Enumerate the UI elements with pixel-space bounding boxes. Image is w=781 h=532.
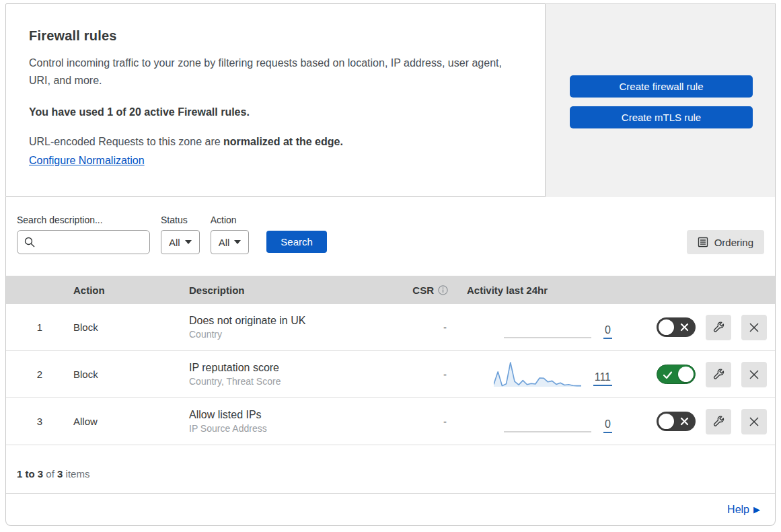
ordering-button[interactable]: Ordering xyxy=(687,230,764,254)
help-bar: Help ▶ xyxy=(6,493,775,525)
activity-count-link[interactable]: 0 xyxy=(603,324,612,339)
action-filter-group: Action All xyxy=(211,215,250,254)
table-row: 3 Allow Allow listed IPs IP Source Addre… xyxy=(6,398,775,445)
delete-rule-button[interactable] xyxy=(741,409,767,434)
table-row: 1 Block Does not originate in UK Country… xyxy=(6,304,775,351)
rule-activity-cell: 0 xyxy=(467,408,630,436)
search-input[interactable] xyxy=(17,230,150,254)
wrench-icon xyxy=(712,415,725,428)
create-firewall-rule-button[interactable]: Create firewall rule xyxy=(570,75,753,98)
rule-description: IP reputation score xyxy=(189,362,387,374)
column-header-action: Action xyxy=(73,284,189,296)
edit-rule-button[interactable] xyxy=(706,315,731,340)
check-icon xyxy=(663,370,673,380)
column-header-activity: Activity last 24hr xyxy=(467,284,630,296)
normalization-prefix: URL-encoded Requests to this zone are xyxy=(29,136,223,147)
column-header-description: Description xyxy=(189,284,387,296)
intro-description: Control incoming traffic to your zone by… xyxy=(29,54,513,90)
table-header-row: Action Description CSR Activity last 24h… xyxy=(6,276,775,304)
rule-description-cell: Does not originate in UK Country xyxy=(189,315,387,340)
edit-rule-button[interactable] xyxy=(706,409,731,434)
close-icon xyxy=(748,416,760,428)
activity-sparkline xyxy=(504,408,591,436)
action-label: Action xyxy=(211,215,250,225)
actions-panel: Create firewall rule Create mTLS rule xyxy=(546,3,776,197)
column-header-csr: CSR xyxy=(387,284,467,296)
rule-csr-value: - xyxy=(387,369,467,380)
firewall-rules-page: Firewall rules Control incoming traffic … xyxy=(0,0,781,532)
intro-card: Firewall rules Control incoming traffic … xyxy=(5,3,546,197)
rules-card: Search description... Status All Action xyxy=(5,197,776,526)
rule-action: Block xyxy=(73,321,189,333)
table-row: 2 Block IP reputation score Country, Thr… xyxy=(6,351,775,398)
rule-criteria: Country, Threat Score xyxy=(189,376,387,387)
activity-count-link[interactable]: 0 xyxy=(603,418,612,433)
rule-description: Does not originate in UK xyxy=(189,315,387,327)
status-select[interactable]: All xyxy=(161,230,200,254)
x-icon xyxy=(679,416,690,426)
rule-action: Allow xyxy=(73,416,189,427)
close-icon xyxy=(748,369,760,381)
rules-table: Action Description CSR Activity last 24h… xyxy=(6,276,775,445)
delete-rule-button[interactable] xyxy=(741,362,767,387)
ordering-list-icon xyxy=(698,237,708,248)
delete-rule-button[interactable] xyxy=(741,315,767,340)
rule-priority: 2 xyxy=(6,369,73,380)
rule-priority: 1 xyxy=(6,321,73,333)
usage-summary: You have used 1 of 20 active Firewall ru… xyxy=(29,106,522,118)
header-section: Firewall rules Control incoming traffic … xyxy=(5,3,776,197)
toggle-knob xyxy=(659,414,674,429)
help-link[interactable]: Help ▶ xyxy=(727,504,760,516)
search-button[interactable]: Search xyxy=(266,231,327,253)
rule-enabled-toggle[interactable] xyxy=(657,365,696,384)
x-icon xyxy=(679,322,690,332)
toggle-knob xyxy=(659,319,674,335)
rule-action: Block xyxy=(73,369,189,380)
status-selected-value: All xyxy=(169,237,180,248)
toggle-knob xyxy=(678,367,694,382)
rule-description: Allow listed IPs xyxy=(189,409,387,421)
close-icon xyxy=(748,321,760,334)
pagination-summary: 1 to 3 of 3 items xyxy=(6,445,775,493)
chevron-down-icon xyxy=(234,240,241,244)
rule-controls xyxy=(630,315,775,340)
rule-csr-value: - xyxy=(387,416,467,427)
rule-enabled-toggle[interactable] xyxy=(657,317,696,337)
normalization-note: URL-encoded Requests to this zone are no… xyxy=(29,136,522,148)
activity-count-link[interactable]: 111 xyxy=(593,371,612,386)
rule-priority: 3 xyxy=(6,416,73,427)
rule-csr-value: - xyxy=(387,321,467,333)
help-arrow-icon: ▶ xyxy=(753,504,760,515)
normalization-bold: normalized at the edge. xyxy=(223,136,343,147)
rule-description-cell: IP reputation score Country, Threat Scor… xyxy=(189,362,387,387)
rule-activity-cell: 0 xyxy=(467,313,630,342)
ordering-button-label: Ordering xyxy=(714,237,753,248)
chevron-down-icon xyxy=(185,240,192,244)
rule-enabled-toggle[interactable] xyxy=(657,412,696,431)
activity-sparkline xyxy=(504,313,591,342)
status-label: Status xyxy=(161,215,200,225)
activity-sparkline xyxy=(494,360,581,389)
wrench-icon xyxy=(712,368,725,381)
info-icon[interactable] xyxy=(438,285,448,295)
search-label: Search description... xyxy=(17,215,150,225)
status-filter-group: Status All xyxy=(161,215,200,254)
rule-criteria: IP Source Address xyxy=(189,423,387,434)
wrench-icon xyxy=(712,321,725,334)
action-selected-value: All xyxy=(219,237,230,248)
search-icon xyxy=(24,237,35,248)
filter-bar: Search description... Status All Action xyxy=(6,197,775,254)
item-range: 1 to 3 xyxy=(17,468,43,480)
help-label: Help xyxy=(727,504,749,516)
rule-controls xyxy=(630,362,775,387)
action-select[interactable]: All xyxy=(211,230,250,254)
search-group: Search description... xyxy=(17,215,150,254)
edit-rule-button[interactable] xyxy=(706,362,731,387)
rule-activity-cell: 111 xyxy=(467,360,630,389)
rule-description-cell: Allow listed IPs IP Source Address xyxy=(189,409,387,434)
create-mtls-rule-button[interactable]: Create mTLS rule xyxy=(570,106,753,128)
page-title: Firewall rules xyxy=(29,28,522,44)
configure-normalization-link[interactable]: Configure Normalization xyxy=(29,155,145,167)
rule-controls xyxy=(630,409,775,434)
rule-criteria: Country xyxy=(189,329,387,340)
